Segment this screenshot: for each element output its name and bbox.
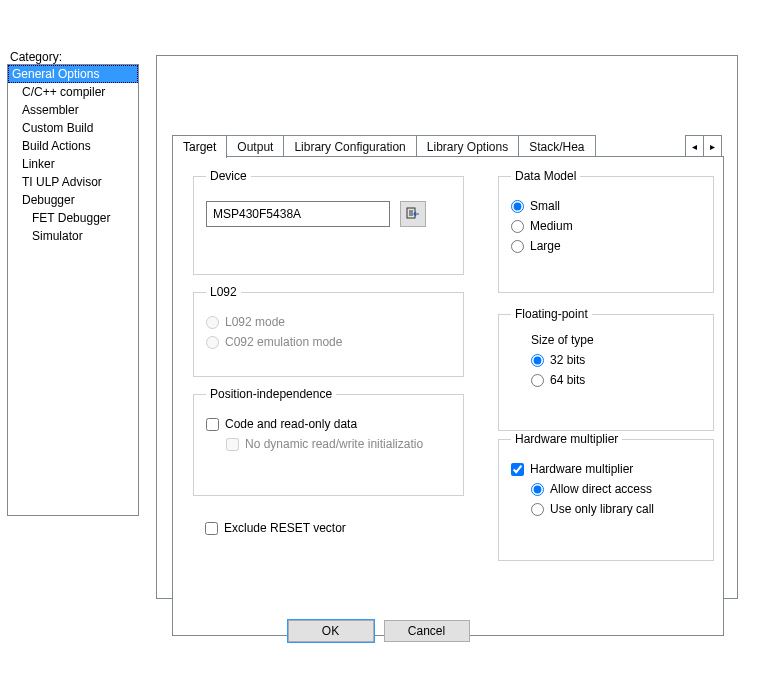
category-item-assembler[interactable]: Assembler bbox=[8, 101, 138, 119]
fp-32-label: 32 bits bbox=[550, 353, 585, 367]
tab-output[interactable]: Output bbox=[226, 135, 284, 158]
data-model-legend: Data Model bbox=[511, 169, 580, 183]
tab-scroll-left-button[interactable]: ◂ bbox=[685, 135, 704, 157]
tab-library-configuration[interactable]: Library Configuration bbox=[283, 135, 416, 158]
device-group: Device bbox=[193, 169, 464, 275]
data-model-small-label: Small bbox=[530, 199, 560, 213]
exclude-reset-checkbox[interactable] bbox=[205, 522, 218, 535]
ok-button[interactable]: OK bbox=[288, 620, 374, 642]
category-item-custom-build[interactable]: Custom Build bbox=[8, 119, 138, 137]
device-browse-icon bbox=[406, 207, 420, 221]
tab-target[interactable]: Target bbox=[172, 135, 227, 158]
category-item-c-c-compiler[interactable]: C/C++ compiler bbox=[8, 83, 138, 101]
code-readonly-option[interactable]: Code and read-only data bbox=[206, 417, 451, 431]
category-label: Category: bbox=[10, 50, 62, 64]
device-browse-button[interactable] bbox=[400, 201, 426, 227]
data-model-small-radio[interactable] bbox=[511, 200, 524, 213]
c092-emulation-label: C092 emulation mode bbox=[225, 335, 342, 349]
data-model-group: Data Model Small Medium Large bbox=[498, 169, 714, 293]
floating-point-subhead: Size of type bbox=[531, 333, 701, 347]
data-model-large-radio[interactable] bbox=[511, 240, 524, 253]
l092-mode-label: L092 mode bbox=[225, 315, 285, 329]
category-item-general-options[interactable]: General Options bbox=[8, 65, 138, 83]
data-model-large-option[interactable]: Large bbox=[511, 239, 701, 253]
exclude-reset-label: Exclude RESET vector bbox=[224, 521, 346, 535]
tab-pane-target: Device bbox=[172, 156, 724, 636]
data-model-medium-radio[interactable] bbox=[511, 220, 524, 233]
device-legend: Device bbox=[206, 169, 251, 183]
code-readonly-label: Code and read-only data bbox=[225, 417, 357, 431]
hw-mult-direct-radio[interactable] bbox=[531, 483, 544, 496]
l092-group: L092 L092 mode C092 emulation mode bbox=[193, 285, 464, 377]
tab-scroll-right-button[interactable]: ▸ bbox=[703, 135, 722, 157]
hardware-multiplier-legend: Hardware multiplier bbox=[511, 432, 622, 446]
c092-emulation-option: C092 emulation mode bbox=[206, 335, 451, 349]
settings-panel: TargetOutputLibrary ConfigurationLibrary… bbox=[156, 55, 738, 599]
hw-mult-enable-checkbox[interactable] bbox=[511, 463, 524, 476]
no-dynamic-rw-label: No dynamic read/write initializatio bbox=[245, 437, 423, 451]
code-readonly-checkbox[interactable] bbox=[206, 418, 219, 431]
category-item-debugger[interactable]: Debugger bbox=[8, 191, 138, 209]
fp-64-label: 64 bits bbox=[550, 373, 585, 387]
fp-64-option[interactable]: 64 bits bbox=[531, 373, 701, 387]
data-model-small-option[interactable]: Small bbox=[511, 199, 701, 213]
options-dialog: Category: General OptionsC/C++ compilerA… bbox=[0, 0, 757, 694]
no-dynamic-rw-checkbox bbox=[226, 438, 239, 451]
no-dynamic-rw-option: No dynamic read/write initializatio bbox=[226, 437, 451, 451]
exclude-reset-option[interactable]: Exclude RESET vector bbox=[205, 521, 346, 535]
dialog-buttons: OK Cancel bbox=[0, 620, 757, 642]
tab-stack-hea[interactable]: Stack/Hea bbox=[518, 135, 595, 158]
category-item-build-actions[interactable]: Build Actions bbox=[8, 137, 138, 155]
hw-mult-enable-label: Hardware multiplier bbox=[530, 462, 633, 476]
hw-mult-library-label: Use only library call bbox=[550, 502, 654, 516]
data-model-medium-label: Medium bbox=[530, 219, 573, 233]
l092-legend: L092 bbox=[206, 285, 241, 299]
hw-mult-direct-label: Allow direct access bbox=[550, 482, 652, 496]
chevron-left-icon: ◂ bbox=[692, 141, 697, 152]
fp-32-option[interactable]: 32 bits bbox=[531, 353, 701, 367]
chevron-right-icon: ▸ bbox=[710, 141, 715, 152]
floating-point-group: Floating-point Size of type 32 bits 64 b… bbox=[498, 307, 714, 431]
device-input[interactable] bbox=[206, 201, 390, 227]
category-list[interactable]: General OptionsC/C++ compilerAssemblerCu… bbox=[7, 64, 139, 516]
position-independence-legend: Position-independence bbox=[206, 387, 336, 401]
cancel-button[interactable]: Cancel bbox=[384, 620, 470, 642]
floating-point-legend: Floating-point bbox=[511, 307, 592, 321]
category-item-fet-debugger[interactable]: FET Debugger bbox=[8, 209, 138, 227]
c092-emulation-radio bbox=[206, 336, 219, 349]
hw-mult-library-option[interactable]: Use only library call bbox=[531, 502, 701, 516]
hw-mult-enable-option[interactable]: Hardware multiplier bbox=[511, 462, 701, 476]
data-model-medium-option[interactable]: Medium bbox=[511, 219, 701, 233]
tab-strip: TargetOutputLibrary ConfigurationLibrary… bbox=[172, 134, 722, 156]
category-item-linker[interactable]: Linker bbox=[8, 155, 138, 173]
hw-mult-library-radio[interactable] bbox=[531, 503, 544, 516]
category-item-ti-ulp-advisor[interactable]: TI ULP Advisor bbox=[8, 173, 138, 191]
hardware-multiplier-group: Hardware multiplier Hardware multiplier … bbox=[498, 432, 714, 561]
category-item-simulator[interactable]: Simulator bbox=[8, 227, 138, 245]
l092-mode-option: L092 mode bbox=[206, 315, 451, 329]
l092-mode-radio bbox=[206, 316, 219, 329]
fp-32-radio[interactable] bbox=[531, 354, 544, 367]
tab-library-options[interactable]: Library Options bbox=[416, 135, 519, 158]
fp-64-radio[interactable] bbox=[531, 374, 544, 387]
hw-mult-direct-option[interactable]: Allow direct access bbox=[531, 482, 701, 496]
position-independence-group: Position-independence Code and read-only… bbox=[193, 387, 464, 496]
data-model-large-label: Large bbox=[530, 239, 561, 253]
